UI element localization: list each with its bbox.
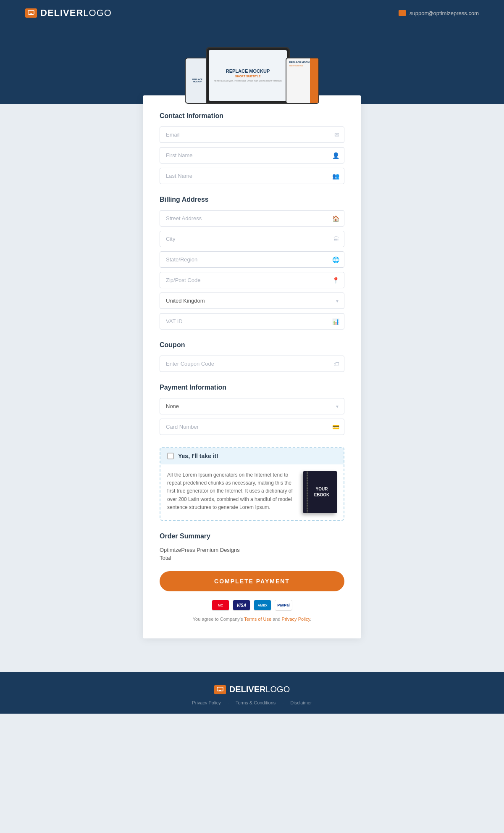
svg-marker-1 — [29, 13, 33, 15]
upsell-description: All the Lorem Ipsum generators on the In… — [167, 471, 297, 511]
header-logo-text: DELIVERLOGO — [40, 8, 112, 18]
footer-privacy-link[interactable]: Privacy Policy — [192, 700, 220, 705]
payment-section-title: Payment Information — [160, 384, 344, 391]
upsell-checkbox[interactable] — [167, 453, 174, 459]
email-icon — [399, 10, 406, 16]
upsell-body: All the Lorem Ipsum generators on the In… — [160, 464, 344, 520]
hero-section: REPLACE MOCKUP REPLACE MOCKUP SHORT SUBT… — [0, 26, 504, 104]
city-wrapper: 🏛 — [160, 231, 344, 247]
payment-method-select[interactable]: None Credit Card PayPal — [160, 398, 344, 414]
contact-section-title: Contact Information — [160, 112, 344, 120]
card-number-input[interactable] — [160, 419, 344, 435]
coupon-input[interactable] — [160, 356, 344, 372]
street-wrapper: 🏠 — [160, 210, 344, 227]
coupon-section-title: Coupon — [160, 341, 344, 349]
logo-icon — [25, 8, 37, 18]
footer-logo-icon — [214, 685, 226, 694]
first-name-wrapper: 👤 — [160, 147, 344, 163]
mastercard-icon: MC — [212, 600, 229, 611]
city-input[interactable] — [160, 231, 344, 247]
tablet-banner — [310, 58, 318, 103]
support-email-area: support@optimizepress.com — [399, 10, 479, 16]
upsell-book-text: YOUR EBOOK — [307, 486, 333, 498]
footer-deliver-icon — [217, 687, 223, 693]
footer-logo-text: DELIVERLOGO — [229, 685, 290, 694]
order-item-row: OptimizePress Premium Designs — [160, 547, 344, 553]
payment-method-wrapper: None Credit Card PayPal ▼ — [160, 398, 344, 414]
contact-section: Contact Information ✉ 👤 👥 — [160, 112, 344, 184]
order-item-name: OptimizePress Premium Designs — [160, 547, 240, 553]
main-background: Contact Information ✉ 👤 👥 Billing Addres… — [0, 104, 504, 672]
payment-section: Payment Information None Credit Card Pay… — [160, 384, 344, 435]
last-name-input[interactable] — [160, 168, 344, 184]
footer-links: Privacy Policy · Terms & Conditions · Di… — [192, 700, 312, 705]
order-summary-title: Order Summary — [160, 532, 344, 540]
footer-disclaimer-link[interactable]: Disclaimer — [290, 700, 312, 705]
vat-wrapper: 📊 — [160, 313, 344, 330]
vat-input[interactable] — [160, 313, 344, 330]
zip-input[interactable] — [160, 272, 344, 288]
footer-terms-link[interactable]: Terms & Conditions — [236, 700, 276, 705]
email-input[interactable] — [160, 127, 344, 143]
amex-icon: AMEX — [254, 600, 271, 611]
mockup-laptop: REPLACE MOCKUP SHORT SUBTITLE Nomen Eu L… — [206, 47, 290, 104]
upsell-box: Yes, I'll take it! All the Lorem Ipsum g… — [160, 447, 344, 521]
order-total-label: Total — [160, 555, 171, 561]
site-footer: DELIVERLOGO Privacy Policy · Terms & Con… — [0, 672, 504, 714]
terms-link[interactable]: Terms of Use — [244, 617, 271, 622]
payment-icons: MC VISA AMEX PayPal — [160, 600, 344, 611]
order-summary: Order Summary OptimizePress Premium Desi… — [160, 532, 344, 561]
billing-section: Billing Address 🏠 🏛 🌐 📍 United Kingdom — [160, 196, 344, 330]
mockup-tablet: REPLACE MOCKUP SHORT SUBTITLE — [286, 58, 319, 104]
coupon-section: Coupon 🏷 — [160, 341, 344, 372]
phone-title: REPLACE MOCKUP — [188, 79, 207, 83]
site-header: DELIVERLOGO support@optimizepress.com — [0, 0, 504, 26]
paypal-icon: PayPal — [275, 600, 292, 611]
last-name-wrapper: 👥 — [160, 168, 344, 184]
deliver-icon — [28, 10, 34, 16]
coupon-wrapper: 🏷 — [160, 356, 344, 372]
visa-icon: VISA — [233, 600, 250, 611]
laptop-subtitle: SHORT SUBTITLE — [235, 75, 261, 78]
support-email-text: support@optimizepress.com — [410, 10, 479, 16]
email-wrapper: ✉ — [160, 127, 344, 143]
street-input[interactable] — [160, 210, 344, 227]
state-wrapper: 🌐 — [160, 251, 344, 268]
complete-payment-button[interactable]: COMPLETE PAYMENT — [160, 571, 344, 591]
checkout-form: Contact Information ✉ 👤 👥 Billing Addres… — [143, 95, 361, 638]
card-wrapper: 💳 — [160, 419, 344, 435]
zip-wrapper: 📍 — [160, 272, 344, 288]
first-name-input[interactable] — [160, 147, 344, 163]
upsell-title: Yes, I'll take it! — [178, 453, 218, 459]
laptop-body: Nomen Eu Lac Quet. Pellentesque Ornare N… — [214, 79, 281, 82]
svg-marker-3 — [218, 690, 222, 691]
footer-dot-2: · — [282, 700, 284, 705]
upsell-book-image: YOUR EBOOK — [303, 471, 337, 513]
mockup-container: REPLACE MOCKUP REPLACE MOCKUP SHORT SUBT… — [185, 39, 319, 104]
footer-dot-1: · — [228, 700, 229, 705]
upsell-header[interactable]: Yes, I'll take it! — [160, 448, 344, 464]
legal-text: You agree to Company's Terms of Use and … — [160, 617, 344, 622]
state-input[interactable] — [160, 251, 344, 268]
country-select[interactable]: United Kingdom United States Canada Aust… — [160, 293, 344, 309]
billing-section-title: Billing Address — [160, 196, 344, 203]
country-wrapper: United Kingdom United States Canada Aust… — [160, 293, 344, 309]
privacy-link[interactable]: Privacy Policy — [282, 617, 310, 622]
order-total-row: Total — [160, 555, 344, 561]
laptop-title: REPLACE MOCKUP — [226, 69, 270, 74]
footer-logo: DELIVERLOGO — [214, 685, 290, 694]
header-logo: DELIVERLOGO — [25, 8, 112, 18]
